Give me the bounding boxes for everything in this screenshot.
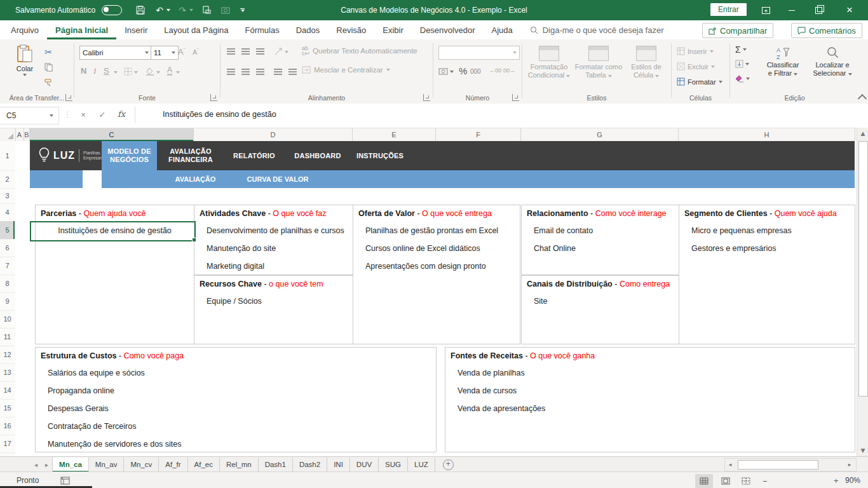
- align-bottom-icon[interactable]: [256, 48, 264, 55]
- row-16[interactable]: 16: [0, 417, 15, 435]
- subnav-curva-valor[interactable]: CURVA DE VALOR: [240, 170, 316, 188]
- tab-layout[interactable]: Layout da Página: [156, 20, 236, 39]
- cell-item[interactable]: Propaganda online: [36, 382, 436, 400]
- box-receitas-header[interactable]: Fontes de Receitas - O que você ganha: [445, 348, 855, 364]
- col-H[interactable]: H: [679, 128, 855, 141]
- row-12[interactable]: 12: [0, 346, 15, 364]
- autosave-toggle[interactable]: [102, 5, 122, 15]
- wrap-text-button[interactable]: abc↩ Quebrar Texto Automaticamente: [302, 46, 417, 56]
- cell-item[interactable]: Marketing digital: [194, 257, 353, 275]
- col-F[interactable]: F: [436, 128, 521, 141]
- font-size-combo[interactable]: 11: [151, 46, 179, 60]
- tellme-search[interactable]: Diga-me o que você deseja fazer: [530, 25, 664, 35]
- zoom-in-icon[interactable]: +: [834, 476, 839, 485]
- format-as-table-button[interactable]: Formatar como Tabela: [574, 46, 623, 79]
- cell-item[interactable]: Gestores e empresários: [679, 240, 855, 257]
- sheet-tab-mn-ca[interactable]: Mn_ca: [52, 458, 89, 472]
- fill-color-caret-icon[interactable]: [156, 71, 160, 74]
- box-relacionamento-header[interactable]: Relacionamento - Como você interage: [522, 205, 679, 222]
- decrease-indent-icon[interactable]: [274, 69, 282, 75]
- tab-formulas[interactable]: Fórmulas: [237, 20, 288, 39]
- confirm-formula-icon[interactable]: ✓: [94, 110, 111, 119]
- save-icon[interactable]: [133, 3, 147, 17]
- underline-button[interactable]: S: [104, 66, 109, 76]
- merge-center-button[interactable]: Mesclar e Centralizar: [302, 66, 390, 74]
- horizontal-scroll-thumb[interactable]: [738, 460, 818, 470]
- font-dialog-launcher-icon[interactable]: [210, 94, 217, 101]
- accounting-format-icon[interactable]: [438, 67, 448, 76]
- cell-item[interactable]: Equipe / Sócios: [194, 292, 353, 310]
- sheet-tab-mn-av[interactable]: Mn_av: [89, 458, 125, 472]
- decrease-decimal-icon[interactable]: 00→: [503, 67, 515, 74]
- row-15[interactable]: 15: [0, 399, 15, 417]
- sort-filter-button[interactable]: AZ Classificar e Filtrar: [759, 46, 806, 78]
- box-oferta-header[interactable]: Oferta de Valor - O que você entrega: [353, 205, 520, 222]
- minimize-button[interactable]: [781, 0, 803, 20]
- align-left-icon[interactable]: [227, 69, 235, 75]
- clear-button[interactable]: [735, 75, 750, 83]
- increase-indent-icon[interactable]: [288, 69, 297, 75]
- redo-caret-icon[interactable]: [189, 9, 193, 11]
- fill-button[interactable]: [735, 60, 749, 68]
- cell-styles-button[interactable]: Estilos de Célula: [625, 46, 667, 79]
- row-10[interactable]: 10: [0, 310, 15, 329]
- grow-font-icon[interactable]: Aˆ: [178, 47, 185, 57]
- scroll-left-icon[interactable]: ◂: [725, 459, 735, 470]
- format-cells-button[interactable]: Formatar: [677, 75, 722, 88]
- row-9[interactable]: 9: [0, 292, 15, 311]
- selected-cell[interactable]: [30, 221, 196, 241]
- vertical-scroll-thumb[interactable]: [858, 141, 868, 396]
- sheet-tab-af-fr[interactable]: Af_fr: [159, 458, 187, 472]
- share-button[interactable]: Compartilhar: [702, 23, 773, 38]
- sheet-tab-luz[interactable]: LUZ: [408, 458, 435, 472]
- sheet-tab-sug[interactable]: SUG: [379, 458, 408, 472]
- row-7[interactable]: 7: [0, 257, 15, 275]
- sheet-tab-rel-mn[interactable]: Rel_mn: [220, 458, 259, 472]
- italic-button[interactable]: I: [93, 66, 96, 76]
- format-painter-icon[interactable]: [43, 78, 53, 88]
- number-dialog-launcher-icon[interactable]: [512, 94, 519, 101]
- sheet-nav-right-icon[interactable]: ▸: [41, 461, 52, 468]
- autosum-button[interactable]: Σ: [735, 44, 747, 55]
- align-middle-icon[interactable]: [241, 48, 250, 55]
- orientation-caret-icon[interactable]: [285, 51, 288, 53]
- align-top-icon[interactable]: [227, 48, 235, 55]
- sheet-nav-left-icon[interactable]: ◂: [31, 461, 41, 468]
- cell-item[interactable]: Planilhas de gestão prontas em Excel: [353, 222, 520, 240]
- tab-dados[interactable]: Dados: [288, 20, 329, 39]
- sheet-tab-ini[interactable]: INI: [327, 458, 350, 472]
- col-E[interactable]: E: [353, 128, 436, 141]
- cell-item[interactable]: Contratação de Terceiros: [36, 417, 436, 435]
- row-13[interactable]: 13: [0, 363, 15, 382]
- scroll-down-icon[interactable]: ▼: [858, 445, 868, 456]
- shrink-font-icon[interactable]: Aˇ: [193, 47, 199, 56]
- bold-button[interactable]: N: [81, 66, 86, 76]
- sheet-tab-dash1[interactable]: Dash1: [259, 458, 293, 472]
- paste-button[interactable]: Colar: [10, 44, 39, 76]
- macro-record-icon[interactable]: [60, 477, 70, 485]
- signin-button[interactable]: Entrar: [710, 3, 747, 16]
- align-center-icon[interactable]: [241, 69, 250, 75]
- formula-content[interactable]: Instituições de ensino de gestão: [163, 110, 276, 119]
- font-color-caret-icon[interactable]: [176, 71, 180, 74]
- ribbon-display-options-icon[interactable]: [755, 0, 776, 20]
- cell-item[interactable]: Venda de cursos: [445, 382, 855, 400]
- copy-icon[interactable]: [43, 62, 53, 72]
- cell-item[interactable]: Site: [522, 292, 679, 310]
- horizontal-scrollbar[interactable]: ◂ ▸: [724, 458, 857, 471]
- cell-item[interactable]: Manutenção do site: [194, 240, 353, 257]
- fill-handle[interactable]: [192, 238, 196, 242]
- insert-cells-button[interactable]: Inserir: [677, 44, 714, 58]
- redo-icon[interactable]: ↷: [175, 3, 189, 17]
- number-format-combo[interactable]: [438, 46, 520, 60]
- sheet-tab-af-ec[interactable]: Af_ec: [188, 458, 220, 472]
- tab-exibir[interactable]: Exibir: [374, 20, 412, 39]
- orientation-icon[interactable]: [274, 47, 283, 56]
- cell-item[interactable]: Apresentações com design pronto: [353, 257, 520, 275]
- row-17[interactable]: 17: [0, 435, 15, 453]
- fill-color-icon[interactable]: [146, 67, 154, 76]
- box-canais-header[interactable]: Canais de Distribuição - Como entrega: [522, 276, 679, 292]
- cancel-formula-icon[interactable]: ×: [75, 110, 92, 119]
- qat-more-icon[interactable]: [240, 8, 245, 12]
- tab-revisao[interactable]: Revisão: [328, 20, 374, 39]
